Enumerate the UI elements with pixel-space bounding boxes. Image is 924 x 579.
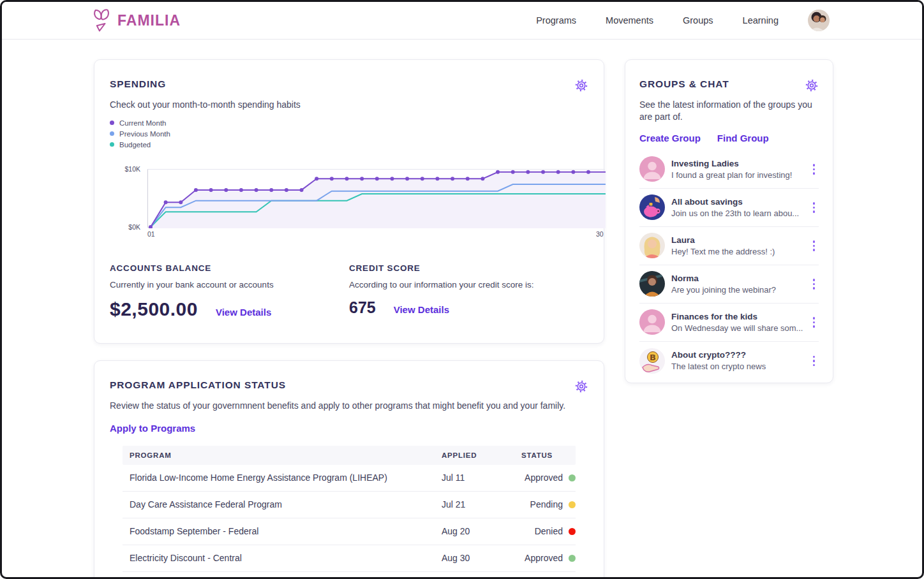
brand-logo[interactable]: FAMILIA <box>91 8 181 33</box>
group-name: Laura <box>671 235 775 245</box>
status-dot-icon <box>569 555 576 562</box>
credit-score-description: According to our information your credit… <box>349 280 588 290</box>
status-dot-icon <box>569 501 576 508</box>
kebab-menu-icon[interactable] <box>809 238 819 254</box>
nav-item-groups[interactable]: Groups <box>683 15 713 26</box>
accounts-balance-title: ACCOUNTS BALANCE <box>110 263 349 273</box>
list-item-finances-for-the-kids[interactable]: Finances for the kids On Wednesday we wi… <box>639 304 819 342</box>
groups-chat-card: GROUPS & CHAT See the latest information… <box>625 59 833 383</box>
kebab-menu-icon[interactable] <box>809 353 819 369</box>
kebab-menu-icon[interactable] <box>809 200 819 216</box>
spending-line-chart: $10K $0K 01 30 <box>110 164 588 240</box>
list-item-investing-ladies[interactable]: Investing Ladies I found a great plan fo… <box>639 150 819 189</box>
kebab-menu-icon[interactable] <box>809 161 819 177</box>
gear-icon <box>574 78 588 92</box>
program-status-description: Review the status of your governmnent be… <box>110 400 588 412</box>
tulip-logo-icon <box>91 8 113 33</box>
group-last-message: Are you joining the webinar? <box>671 285 776 295</box>
spending-settings-button[interactable] <box>574 78 588 92</box>
spending-card: SPENDING Check out your month-to-month s… <box>94 59 604 344</box>
brand-name: FAMILIA <box>117 12 181 29</box>
accounts-balance-description: Currently in your bank account or accoun… <box>110 280 349 290</box>
create-group-link[interactable]: Create Group <box>639 133 701 143</box>
y-axis-tick-0k: $0K <box>110 223 140 231</box>
group-last-message: On Wednesday we will share som... <box>671 323 803 333</box>
nav-item-movements[interactable]: Movements <box>606 15 653 26</box>
table-row[interactable]: Foodstamp September - Federal Aug 20 Den… <box>123 518 576 545</box>
credit-score-value: 675 <box>349 298 376 317</box>
status-dot-icon <box>569 474 576 481</box>
generic-pink-avatar-icon <box>639 309 665 335</box>
groups-settings-button[interactable] <box>805 78 819 92</box>
credit-score-section: CREDIT SCORE According to our informatio… <box>349 263 588 320</box>
spending-title: SPENDING <box>110 78 166 90</box>
table-row[interactable]: Electricity Discount - Central Aug 30 Ap… <box>123 572 576 579</box>
find-group-link[interactable]: Find Group <box>717 133 769 143</box>
kebab-menu-icon[interactable] <box>809 314 819 330</box>
program-status-title: PROGRAM APPLICATION STATUS <box>110 379 286 391</box>
group-name: Investing Ladies <box>671 159 792 168</box>
x-axis-tick-day01: 01 <box>147 230 155 238</box>
accounts-balance-amount: $2,500.00 <box>110 298 198 320</box>
legend-item-previous-month: Previous Month <box>110 130 588 138</box>
group-last-message: Hey! Text me the address! :) <box>671 247 775 256</box>
balance-view-details-link[interactable]: View Details <box>216 307 271 318</box>
list-item-all-about-savings[interactable]: All about savings Join us on the 23th to… <box>639 189 819 227</box>
group-avatar <box>639 194 665 220</box>
legend-item-budgeted: Budgeted <box>110 141 588 149</box>
status-badge: Denied <box>512 526 576 536</box>
user-avatar[interactable] <box>808 10 830 31</box>
program-settings-button[interactable] <box>574 379 588 393</box>
status-badge: Approved <box>512 473 576 483</box>
groups-description: See the latest information of the groups… <box>639 99 824 123</box>
svg-text:B: B <box>650 353 656 362</box>
apply-to-programs-link[interactable]: Apply to Programs <box>110 423 195 434</box>
group-avatar <box>639 271 665 297</box>
programs-table: PROGRAM APPLIED STATUS Florida Low-Incom… <box>123 446 576 579</box>
group-name: Finances for the kids <box>671 312 803 321</box>
group-list: Investing Ladies I found a great plan fo… <box>639 150 819 380</box>
spending-subtitle: Check out your month-to-month spending h… <box>110 99 588 111</box>
table-row[interactable]: Electricity Discount - Central Aug 30 Ap… <box>123 545 576 572</box>
list-item-about-crypto[interactable]: B About crypto???? The latest on crypto … <box>639 342 819 380</box>
nav-item-programs[interactable]: Programs <box>536 15 576 26</box>
legend-dot-budgeted <box>110 142 114 147</box>
chart-plot-area <box>147 169 605 228</box>
group-avatar <box>639 156 665 182</box>
group-last-message: I found a great plan for investing! <box>671 170 792 180</box>
primary-nav: Programs Movements Groups Learning <box>536 15 779 26</box>
norma-photo-avatar-icon <box>639 271 665 297</box>
accounts-balance-section: ACCOUNTS BALANCE Currently in your bank … <box>110 263 349 320</box>
chart-legend: Current Month Previous Month Budgeted <box>110 119 588 149</box>
group-avatar <box>639 233 665 258</box>
legend-dot-previous <box>110 131 114 136</box>
programs-table-header: PROGRAM APPLIED STATUS <box>123 446 576 465</box>
legend-item-current-month: Current Month <box>110 119 588 127</box>
credit-view-details-link[interactable]: View Details <box>394 304 449 315</box>
table-row[interactable]: Florida Low-Income Home Energy Assistanc… <box>123 465 576 492</box>
group-name: About crypto???? <box>671 350 766 360</box>
groups-title: GROUPS & CHAT <box>639 78 729 90</box>
x-axis-tick-day30: 30 <box>596 230 604 238</box>
group-name: Norma <box>671 274 776 283</box>
column-header-applied: APPLIED <box>432 451 512 459</box>
list-item-norma[interactable]: Norma Are you joining the webinar? <box>639 265 819 304</box>
program-status-card: PROGRAM APPLICATION STATUS Review the st… <box>94 360 604 579</box>
group-last-message: The latest on crypto news <box>671 362 766 371</box>
list-item-laura[interactable]: Laura Hey! Text me the address! :) <box>639 227 819 265</box>
gear-icon <box>574 379 588 393</box>
table-row[interactable]: Day Care Assistance Federal Program Jul … <box>123 492 576 518</box>
nav-item-learning[interactable]: Learning <box>743 15 779 26</box>
group-avatar <box>639 309 665 335</box>
y-axis-tick-10k: $10K <box>110 165 140 173</box>
top-navbar: FAMILIA Programs Movements Groups Learni… <box>2 2 922 40</box>
kebab-menu-icon[interactable] <box>809 276 819 292</box>
group-avatar: B <box>639 348 665 374</box>
group-last-message: Join us on the 23th to learn abou... <box>671 209 799 218</box>
laura-photo-avatar-icon <box>639 233 665 258</box>
legend-dot-current <box>110 121 114 125</box>
generic-pink-avatar-icon <box>639 156 665 182</box>
group-name: All about savings <box>671 197 799 207</box>
status-badge: Pending <box>512 499 576 509</box>
column-header-status: STATUS <box>512 451 576 459</box>
